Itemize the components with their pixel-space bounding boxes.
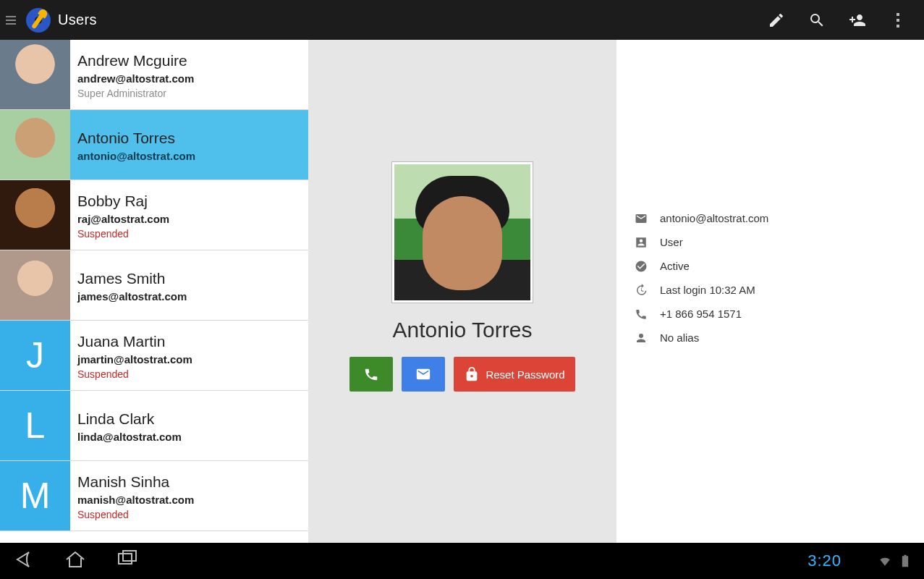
overflow-button[interactable] xyxy=(878,0,918,40)
overflow-icon xyxy=(897,13,899,28)
email-button[interactable] xyxy=(402,357,445,392)
add-user-button[interactable] xyxy=(837,0,878,40)
user-row-info: Linda Clarklinda@altostrat.com xyxy=(70,391,308,460)
back-icon xyxy=(12,548,35,571)
user-email: andrew@altostrat.com xyxy=(77,72,301,85)
user-email: antonio@altostrat.com xyxy=(77,150,301,162)
pencil-icon xyxy=(768,12,785,29)
user-row-info: Bobby Rajraj@altostrat.comSuspended xyxy=(70,180,308,250)
user-row[interactable]: JJuana Martinjmartin@altostrat.comSuspen… xyxy=(0,321,308,391)
user-role: Super Administrator xyxy=(77,88,301,99)
meta-lastlogin-row: Last login 10:32 AM xyxy=(634,278,907,302)
phone-icon xyxy=(634,308,648,321)
meta-status-row: Active xyxy=(634,254,907,278)
person-box-icon xyxy=(634,236,648,249)
svg-rect-0 xyxy=(119,554,132,564)
user-row[interactable]: LLinda Clarklinda@altostrat.com xyxy=(0,391,308,461)
call-button[interactable] xyxy=(349,357,393,392)
search-button[interactable] xyxy=(797,0,837,40)
user-email: raj@altostrat.com xyxy=(77,213,301,225)
avatar-photo xyxy=(0,180,70,250)
history-icon xyxy=(634,284,648,297)
user-row[interactable]: Bobby Rajraj@altostrat.comSuspended xyxy=(0,180,308,250)
user-name: Manish Sinha xyxy=(77,473,301,491)
reset-password-label: Reset Password xyxy=(486,368,564,381)
meta-alias: No alias xyxy=(660,331,699,344)
user-status: Suspended xyxy=(77,228,301,240)
search-icon xyxy=(808,12,826,29)
meta-role-row: User xyxy=(634,230,907,254)
user-email: linda@altostrat.com xyxy=(77,431,301,443)
meta-email-row: antonio@altostrat.com xyxy=(634,206,907,230)
user-row-info: Juana Martinjmartin@altostrat.comSuspend… xyxy=(70,321,308,390)
detail-user-name: Antonio Torres xyxy=(393,318,533,342)
user-name: Juana Martin xyxy=(77,332,301,350)
user-email: manish@altostrat.com xyxy=(77,494,301,506)
user-email: james@altostrat.com xyxy=(77,290,301,303)
user-name: James Smith xyxy=(77,269,301,287)
person-add-icon xyxy=(849,12,866,29)
battery-icon xyxy=(898,554,912,568)
user-meta-pane: antonio@altostrat.com User Active Last l… xyxy=(616,40,924,543)
user-row[interactable]: Andrew Mcguireandrew@altostrat.comSuper … xyxy=(0,40,308,110)
user-detail-pane: Antonio Torres Reset Password xyxy=(308,40,616,543)
action-bar: Users xyxy=(0,0,924,40)
meta-status: Active xyxy=(660,260,690,272)
email-icon xyxy=(415,366,431,382)
user-list[interactable]: Andrew Mcguireandrew@altostrat.comSuper … xyxy=(0,40,308,543)
home-button[interactable] xyxy=(64,548,87,574)
meta-phone: +1 866 954 1571 xyxy=(660,308,742,320)
user-name: Linda Clark xyxy=(77,410,301,428)
recents-button[interactable] xyxy=(116,548,139,574)
home-icon xyxy=(64,548,87,571)
meta-email: antonio@altostrat.com xyxy=(660,212,768,224)
user-status: Suspended xyxy=(77,509,301,520)
svg-rect-1 xyxy=(123,551,136,561)
avatar-letter: J xyxy=(0,321,70,390)
user-name: Bobby Raj xyxy=(77,192,301,210)
user-row[interactable]: MManish Sinhamanish@altostrat.comSuspend… xyxy=(0,461,308,531)
status-clock[interactable]: 3:20 xyxy=(808,551,842,570)
user-row-info: Antonio Torresantonio@altostrat.com xyxy=(70,110,308,179)
user-row-info: James Smithjames@altostrat.com xyxy=(70,250,308,320)
system-nav-bar: 3:20 xyxy=(0,543,924,579)
check-circle-icon xyxy=(634,260,648,273)
recents-icon xyxy=(116,548,139,571)
user-row-info: Manish Sinhamanish@altostrat.comSuspende… xyxy=(70,461,308,531)
wifi-icon xyxy=(878,554,892,568)
user-name: Andrew Mcguire xyxy=(77,51,301,69)
content-area: Andrew Mcguireandrew@altostrat.comSuper … xyxy=(0,40,924,543)
phone-icon xyxy=(363,366,379,382)
status-icons[interactable] xyxy=(878,554,912,568)
user-email: jmartin@altostrat.com xyxy=(77,353,301,365)
avatar-photo xyxy=(0,40,70,109)
meta-role: User xyxy=(660,236,683,248)
meta-lastlogin: Last login 10:32 AM xyxy=(660,284,755,296)
back-button[interactable] xyxy=(12,548,35,574)
page-title: Users xyxy=(58,12,97,28)
user-row[interactable]: James Smithjames@altostrat.com xyxy=(0,250,308,321)
user-row-info: Andrew Mcguireandrew@altostrat.comSuper … xyxy=(70,40,308,109)
reset-password-button[interactable]: Reset Password xyxy=(454,357,575,392)
user-row[interactable]: Antonio Torresantonio@altostrat.com xyxy=(0,110,308,180)
avatar-photo xyxy=(0,250,70,320)
avatar-photo xyxy=(0,110,70,179)
lock-icon xyxy=(464,366,480,382)
person-icon xyxy=(634,331,648,345)
meta-alias-row: No alias xyxy=(634,326,907,350)
drawer-icon[interactable] xyxy=(6,16,16,25)
avatar-letter: M xyxy=(0,461,70,531)
meta-phone-row: +1 866 954 1571 xyxy=(634,302,907,326)
user-status: Suspended xyxy=(77,368,301,380)
app-logo-icon[interactable] xyxy=(26,8,51,33)
email-icon xyxy=(634,212,648,225)
user-portrait xyxy=(391,161,533,303)
edit-button[interactable] xyxy=(756,0,797,40)
avatar-letter: L xyxy=(0,391,70,460)
user-name: Antonio Torres xyxy=(77,129,301,147)
